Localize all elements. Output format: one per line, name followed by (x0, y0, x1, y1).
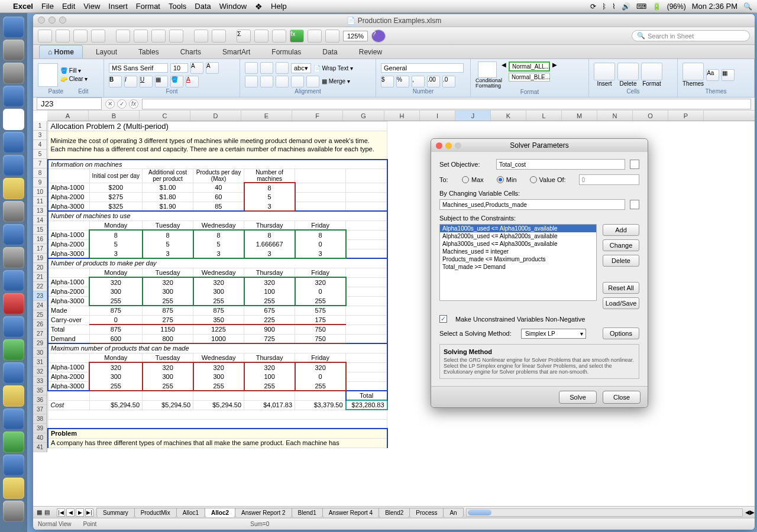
method-select[interactable]: Simplex LP (521, 329, 586, 339)
tab-formulas[interactable]: Formulas (263, 46, 309, 59)
inc-decimal[interactable]: .00 (427, 76, 440, 87)
accept-formula[interactable]: ✓ (117, 99, 127, 109)
menu-view[interactable]: View (83, 2, 100, 11)
menu-data[interactable]: Data (195, 2, 211, 11)
solve-button[interactable]: Solve (559, 391, 597, 404)
close-button[interactable] (38, 17, 45, 24)
comma[interactable]: , (412, 76, 425, 87)
menu-edit[interactable]: Edit (62, 2, 75, 11)
dock-app16[interactable] (3, 362, 24, 384)
sheet-tab-alloc2[interactable]: Alloc2 (205, 508, 235, 517)
dock-app12[interactable] (3, 270, 24, 291)
zoom-button[interactable] (59, 17, 66, 24)
currency[interactable]: $ (381, 76, 394, 87)
theme-fonts[interactable]: Aa (706, 69, 719, 81)
change-constraint-button[interactable]: Change (603, 239, 639, 251)
search-input[interactable]: 🔍 Search in Sheet (632, 30, 750, 41)
new-button[interactable] (56, 30, 70, 43)
align-center[interactable] (260, 76, 273, 87)
menu-window[interactable]: Window (219, 2, 247, 11)
script-menu-icon[interactable]: ❖ (255, 2, 263, 11)
theme-colors[interactable]: ▦ (722, 69, 735, 81)
options-button[interactable]: Options (603, 327, 639, 339)
tab-charts[interactable]: Charts (172, 46, 209, 59)
dock-app20[interactable] (3, 455, 24, 476)
align-mid[interactable] (260, 62, 273, 74)
gallery-next[interactable]: ▶ (552, 61, 557, 68)
dock-app4[interactable] (3, 86, 24, 107)
constraints-list[interactable]: Alpha1000s_used <= Alpha1000s_availableA… (439, 224, 597, 301)
row-headers[interactable]: 1345789101113141516171920212223242526272… (33, 121, 47, 452)
objective-input[interactable] (496, 159, 625, 170)
changing-cells-input[interactable] (439, 199, 625, 210)
tab-next[interactable]: ▶ (76, 508, 84, 517)
paste-button[interactable] (151, 30, 166, 43)
dock-app18[interactable] (3, 408, 24, 430)
sheet-tab-alloc1[interactable]: Alloc1 (176, 508, 205, 517)
dock-mail[interactable] (3, 132, 24, 153)
battery-icon[interactable]: 🔋 (652, 2, 661, 11)
sheet-tab-answer report 4[interactable]: Answer Report 4 (322, 508, 379, 517)
dock-app19[interactable] (3, 432, 24, 453)
radio-min[interactable]: Min (497, 176, 517, 183)
align-left[interactable] (245, 76, 258, 87)
name-box[interactable] (37, 98, 102, 110)
solver-dialog[interactable]: Solver Parameters Set Objective: To: Max… (431, 138, 648, 408)
sheet-tab-blend1[interactable]: Blend1 (292, 508, 323, 517)
dock-dashboard[interactable] (3, 40, 24, 61)
bold-button[interactable]: B (109, 76, 122, 87)
tab-last[interactable]: ▶| (85, 508, 93, 517)
shrink-font[interactable]: A (206, 62, 219, 74)
menu-format[interactable]: Format (136, 2, 160, 11)
format-cells[interactable] (641, 63, 662, 80)
add-constraint-button[interactable]: Add (603, 224, 639, 236)
wifi-icon[interactable]: ⌇ (612, 2, 616, 11)
sheet-tab-blend2[interactable]: Blend2 (378, 508, 410, 517)
dock-app8[interactable] (3, 178, 24, 199)
menu-help[interactable]: Help (271, 2, 287, 11)
fx-button[interactable]: fx (290, 30, 304, 43)
dock-app13[interactable] (3, 293, 24, 314)
bluetooth-icon[interactable]: ᛒ (602, 2, 606, 11)
print-button[interactable] (91, 30, 105, 43)
input-icon[interactable]: ⌨ (636, 2, 646, 11)
sheet-tab-process[interactable]: Process (409, 508, 444, 517)
redo-button[interactable] (212, 30, 226, 43)
fill-menu[interactable]: 🪣 Fill ▾ (60, 67, 88, 74)
tab-scroll-left[interactable]: ◀ (745, 509, 750, 515)
themes-button[interactable] (682, 63, 704, 80)
close-button[interactable]: Close (603, 391, 640, 404)
app-name[interactable]: Excel (13, 2, 33, 11)
formula-bar[interactable] (142, 99, 751, 109)
tab-scroll-right[interactable]: ▶ (750, 509, 755, 515)
cut-button[interactable] (116, 30, 130, 43)
sync-icon[interactable]: ⟳ (590, 2, 596, 11)
copy-button[interactable] (134, 30, 148, 43)
align-bot[interactable] (276, 62, 289, 74)
menu-file[interactable]: File (41, 2, 54, 11)
dock-ical[interactable] (3, 109, 24, 130)
dec-decimal[interactable]: .0 (442, 76, 455, 87)
indent[interactable] (306, 76, 319, 87)
changing-picker[interactable] (630, 200, 639, 209)
underline-button[interactable]: U (140, 76, 153, 87)
chart-button[interactable] (308, 30, 322, 43)
font-color[interactable]: A (186, 76, 199, 87)
style-normal-all[interactable]: Normal_ALL... (509, 61, 550, 72)
menu-insert[interactable]: Insert (108, 2, 128, 11)
load-save-button[interactable]: Load/Save (603, 297, 639, 309)
clock[interactable]: Mon 2:36 PM (692, 2, 737, 11)
tab-data[interactable]: Data (314, 46, 345, 59)
tab-layout[interactable]: Layout (88, 46, 125, 59)
valueof-input[interactable] (579, 174, 639, 185)
spotlight-icon[interactable]: 🔍 (743, 2, 752, 11)
window-titlebar[interactable]: 📄 Production Examples.xlsm (33, 14, 755, 27)
dock-word[interactable] (3, 316, 24, 338)
radio-valueof[interactable]: Value Of: (530, 176, 566, 183)
outdent[interactable] (291, 76, 304, 87)
help-icon[interactable]: ? (371, 30, 386, 43)
dock-sysprefs[interactable] (3, 63, 24, 84)
solver-titlebar[interactable]: Solver Parameters (431, 139, 648, 152)
grow-font[interactable]: A (190, 62, 203, 74)
horizontal-scrollbar[interactable] (466, 508, 743, 517)
